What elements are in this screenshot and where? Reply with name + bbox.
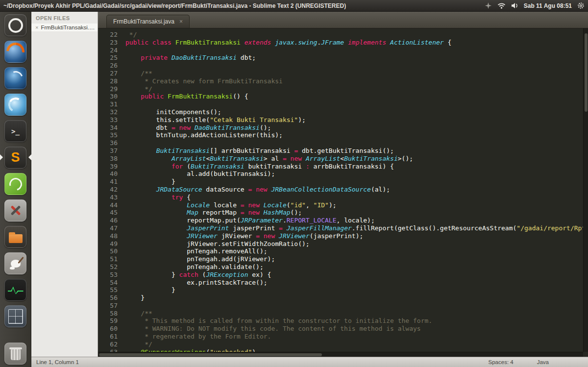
code-line[interactable]: 38 ArrayList<BuktiTransaksi> al = new Ar…	[98, 155, 588, 163]
dash-home-icon	[4, 14, 26, 36]
line-number: 30	[98, 93, 118, 100]
indent-setting[interactable]: Spaces: 4	[489, 359, 514, 365]
line-number: 48	[98, 232, 118, 240]
cursor-position: Line 1, Column 1	[36, 359, 79, 365]
clock-indicator[interactable]: Sab 11 Agu 08:51	[524, 2, 572, 9]
code-editor[interactable]: 22 */23public class FrmBuktiTransaksi ex…	[98, 28, 588, 357]
code-line[interactable]: 28 * Creates new form FrmBuktiTransaksi	[98, 77, 588, 85]
volume-icon[interactable]	[511, 2, 518, 9]
code-line[interactable]: 29 */	[98, 85, 588, 93]
horizontal-scrollbar-thumb[interactable]	[99, 353, 322, 356]
desktop: ~/Dropbox/Proyek Akhir PPL/Gadai/Gadai/s…	[0, 0, 588, 367]
code-text: this.setTitle("Cetak Bukti Transaksi");	[118, 116, 306, 124]
code-text: ArrayList<BuktiTransaksi> al = new Array…	[118, 155, 413, 163]
line-number: 39	[98, 163, 118, 171]
line-number: 24	[98, 47, 118, 54]
code-line[interactable]: 27 /**	[98, 70, 588, 77]
code-line[interactable]: 42 JRDataSource dataSource = new JRBeanC…	[98, 186, 588, 194]
code-line[interactable]: 37 BuktiTransaksi[] arrbBuktiTransaksi =…	[98, 147, 588, 155]
line-number: 31	[98, 100, 118, 108]
code-line[interactable]: 58 /**	[98, 310, 588, 318]
code-line[interactable]: 56 }	[98, 294, 588, 302]
line-number: 40	[98, 170, 118, 178]
launcher-item-gimp[interactable]	[0, 252, 31, 275]
code-line[interactable]: 34 dbt = new DaoBuktiTransaksi();	[98, 124, 588, 132]
code-line[interactable]: 61 * regenerated by the Form Editor.	[98, 333, 588, 341]
vertical-scrollbar-thumb[interactable]	[585, 33, 588, 112]
open-file-item[interactable]: × FrmBuktiTransaksi.java	[31, 24, 98, 31]
line-number: 56	[98, 294, 118, 302]
code-line[interactable]: 40 al.add(buktiTransaksi);	[98, 170, 588, 178]
code-text: for (BuktiTransaksi buktiTransaksi : arr…	[118, 163, 394, 171]
code-line[interactable]: 39 for (BuktiTransaksi buktiTransaksi : …	[98, 163, 588, 171]
launcher-item-terminal[interactable]	[0, 120, 31, 143]
line-number: 45	[98, 209, 118, 217]
line-number: 23	[98, 39, 118, 47]
code-line[interactable]: 59 * This method is called from within t…	[98, 317, 588, 325]
code-text: try {	[118, 194, 191, 201]
code-line[interactable]: 22 */	[98, 31, 588, 39]
code-line[interactable]: 32 initComponents();	[98, 108, 588, 116]
line-number: 60	[98, 325, 118, 333]
line-number: 47	[98, 224, 118, 232]
tab-frmbuktitransaksi[interactable]: FrmBuktiTransaksi.java ×	[106, 15, 190, 28]
status-indicator-icon[interactable]	[485, 2, 492, 9]
tab-label: FrmBuktiTransaksi.java	[113, 18, 174, 25]
line-number: 38	[98, 155, 118, 163]
line-number: 34	[98, 124, 118, 132]
code-line[interactable]: 49 jRViewer.setFitWidthZoomRatio();	[98, 240, 588, 248]
code-line[interactable]: 62 */	[98, 341, 588, 348]
code-line[interactable]: 57	[98, 302, 588, 310]
launcher-item-settings[interactable]	[0, 199, 31, 222]
code-line[interactable]: 24	[98, 47, 588, 54]
launcher-item-software[interactable]	[0, 172, 31, 196]
code-line[interactable]: 54 ex.printStackTrace();	[98, 279, 588, 287]
code-line[interactable]: 33 this.setTitle("Cetak Bukti Transaksi"…	[98, 116, 588, 124]
launcher-item-trash[interactable]	[0, 342, 31, 365]
launcher-item-files[interactable]	[0, 225, 31, 248]
code-line[interactable]: 46 reportMap.put(JRParameter.REPORT_LOCA…	[98, 217, 588, 224]
launcher-item-firefox[interactable]	[0, 40, 31, 63]
code-line[interactable]: 43 try {	[98, 194, 588, 201]
settings-icon	[4, 199, 26, 221]
launcher-item-monitor[interactable]	[0, 278, 31, 301]
software-icon	[4, 173, 26, 195]
horizontal-scrollbar[interactable]	[98, 352, 583, 357]
session-gear-icon[interactable]	[577, 2, 585, 9]
launcher-item-sublime[interactable]	[0, 146, 31, 169]
code-line[interactable]: 50 pnTengah.removeAll();	[98, 247, 588, 255]
code-line[interactable]: 41 }	[98, 178, 588, 186]
code-line[interactable]: 45 Map reportMap = new HashMap();	[98, 209, 588, 217]
code-line[interactable]: 60 * WARNING: Do NOT modify this code. T…	[98, 325, 588, 333]
launcher-item-dash-home[interactable]	[0, 14, 31, 37]
launcher-item-blue-swirl[interactable]	[0, 93, 31, 116]
code-text: btnTutup.addActionListener(this);	[118, 131, 283, 139]
code-line[interactable]: 48 JRViewer jRViewer = new JRViewer(jasp…	[98, 232, 588, 240]
code-line[interactable]: 25 private DaoBuktiTransaksi dbt;	[98, 54, 588, 62]
code-line[interactable]: 26	[98, 62, 588, 70]
syntax-mode[interactable]: Java	[537, 359, 549, 365]
code-line[interactable]: 51 pnTengah.add(jRViewer);	[98, 255, 588, 263]
code-line[interactable]: 44 Locale locale = new Locale("id", "ID"…	[98, 201, 588, 209]
top-panel: ~/Dropbox/Proyek Akhir PPL/Gadai/Gadai/s…	[0, 0, 588, 12]
code-line[interactable]: 23public class FrmBuktiTransaksi extends…	[98, 39, 588, 47]
code-line[interactable]: 30 public FrmBuktiTransaksi() {	[98, 93, 588, 100]
code-line[interactable]: 36	[98, 139, 588, 147]
code-line[interactable]: 53 } catch (JRException ex) {	[98, 271, 588, 279]
wifi-icon[interactable]	[497, 2, 506, 9]
launcher-item-workspace[interactable]	[0, 305, 31, 328]
code-line[interactable]: 35 btnTutup.addActionListener(this);	[98, 131, 588, 139]
open-files-header: OPEN FILES	[31, 12, 98, 24]
line-number: 36	[98, 139, 118, 147]
line-number: 33	[98, 116, 118, 124]
vertical-scrollbar[interactable]	[583, 28, 588, 352]
launcher-item-blue-globe[interactable]	[0, 67, 31, 90]
code-text: */	[118, 31, 137, 39]
tab-close-icon[interactable]: ×	[179, 18, 183, 25]
code-line[interactable]: 52 pnTengah.validate();	[98, 263, 588, 271]
code-line[interactable]: 47 JasperPrint jasperPrint = JasperFillM…	[98, 224, 588, 232]
file-close-icon[interactable]: ×	[35, 24, 38, 30]
code-line[interactable]: 31	[98, 100, 588, 108]
code-text: /**	[118, 70, 152, 77]
code-line[interactable]: 55 }	[98, 286, 588, 294]
